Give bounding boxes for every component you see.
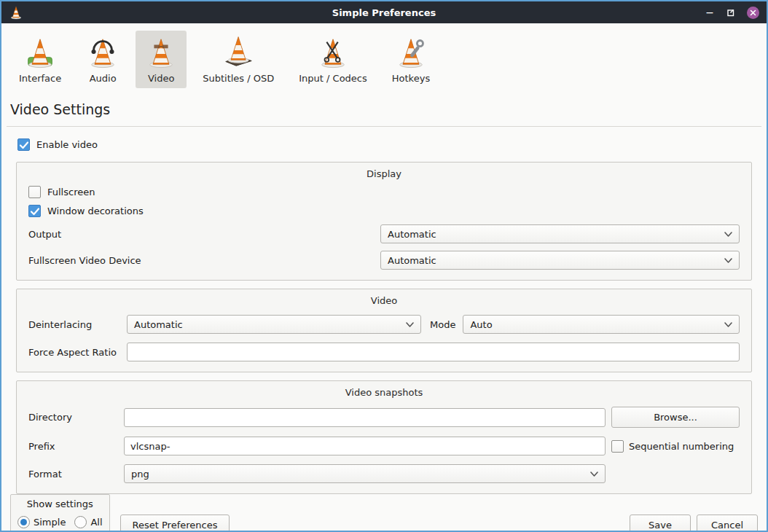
sequential-numbering-label: Sequential numbering bbox=[629, 441, 734, 452]
prefix-input[interactable] bbox=[124, 437, 606, 455]
video-groupbox: Video Deinterlacing Automatic Mode Auto … bbox=[16, 289, 752, 372]
checkmark-icon bbox=[18, 139, 29, 150]
radio-dot bbox=[20, 519, 27, 525]
window-decorations-label: Window decorations bbox=[47, 206, 144, 216]
fullscreen-label: Fullscreen bbox=[47, 187, 95, 197]
format-label: Format bbox=[28, 469, 124, 480]
force-aspect-ratio-row: Force Aspect Ratio bbox=[28, 343, 740, 361]
browse-button[interactable]: Browse... bbox=[611, 407, 740, 428]
mode-dropdown-value: Auto bbox=[470, 319, 492, 330]
video-icon bbox=[144, 36, 178, 69]
fullscreen-video-device-dropdown[interactable]: Automatic bbox=[380, 251, 740, 270]
titlebar[interactable]: Simple Preferences − bbox=[1, 1, 767, 23]
simple-radio[interactable] bbox=[17, 516, 30, 528]
checkmark-icon bbox=[29, 206, 40, 216]
simple-radio-label: Simple bbox=[34, 517, 66, 528]
tab-hotkeys[interactable]: Hotkeys bbox=[383, 31, 439, 88]
fullscreen-row: Fullscreen bbox=[28, 186, 745, 198]
format-dropdown[interactable]: png bbox=[124, 464, 606, 483]
close-icon bbox=[750, 9, 756, 16]
tab-audio-label: Audio bbox=[90, 73, 117, 84]
fullscreen-video-device-label: Fullscreen Video Device bbox=[28, 255, 141, 266]
format-row: Format png bbox=[28, 464, 740, 483]
footer: Show settings Simple All Reset Preferenc… bbox=[1, 494, 767, 532]
enable-video-label: Enable video bbox=[36, 139, 98, 150]
interface-icon bbox=[23, 36, 57, 69]
video-snapshots-group-title: Video snapshots bbox=[23, 387, 745, 398]
force-aspect-ratio-label: Force Aspect Ratio bbox=[28, 347, 127, 358]
enable-video-checkbox[interactable] bbox=[17, 138, 30, 151]
deinterlacing-row: Deinterlacing Automatic Mode Auto bbox=[28, 315, 740, 334]
subtitles-icon bbox=[222, 36, 255, 69]
chevron-down-icon bbox=[724, 258, 732, 263]
sequential-numbering-checkbox[interactable] bbox=[611, 440, 624, 453]
prefix-label: Prefix bbox=[28, 441, 124, 452]
tab-interface[interactable]: Interface bbox=[10, 31, 70, 88]
output-dropdown[interactable]: Automatic bbox=[380, 224, 740, 243]
restore-button[interactable] bbox=[726, 8, 735, 17]
display-groupbox: Display Fullscreen Window decorations Ou… bbox=[16, 162, 752, 281]
mode-label: Mode bbox=[430, 319, 455, 330]
tab-interface-label: Interface bbox=[19, 73, 61, 84]
window-decorations-row: Window decorations bbox=[28, 205, 745, 217]
all-radio-label: All bbox=[90, 517, 102, 528]
audio-icon bbox=[86, 36, 119, 69]
deinterlacing-label: Deinterlacing bbox=[28, 319, 127, 330]
preferences-window: Simple Preferences − bbox=[0, 0, 768, 532]
save-cancel-group: Save Cancel bbox=[630, 515, 758, 532]
hotkeys-icon bbox=[394, 36, 428, 69]
deinterlacing-dropdown[interactable]: Automatic bbox=[127, 315, 421, 334]
show-settings-groupbox: Show settings Simple All bbox=[10, 494, 110, 532]
save-button[interactable]: Save bbox=[630, 515, 691, 532]
output-label: Output bbox=[28, 229, 61, 240]
mode-dropdown[interactable]: Auto bbox=[463, 315, 740, 334]
category-toolbar: Interface Audio Video bbox=[1, 23, 767, 93]
directory-label: Directory bbox=[28, 412, 124, 423]
window-decorations-checkbox[interactable] bbox=[28, 205, 41, 217]
deinterlacing-dropdown-value: Automatic bbox=[134, 319, 183, 330]
fullscreen-video-device-dropdown-value: Automatic bbox=[388, 255, 436, 266]
fullscreen-checkbox[interactable] bbox=[28, 186, 41, 198]
radio-option-simple[interactable]: Simple bbox=[17, 516, 66, 528]
tab-subtitles-osd[interactable]: Subtitles / OSD bbox=[194, 31, 283, 88]
directory-row: Directory Browse... bbox=[28, 407, 740, 428]
chevron-down-icon bbox=[724, 322, 732, 327]
chevron-down-icon bbox=[590, 472, 598, 477]
tab-video[interactable]: Video bbox=[136, 31, 187, 88]
window-title: Simple Preferences bbox=[1, 7, 767, 18]
sequential-numbering-wrap: Sequential numbering bbox=[611, 440, 734, 453]
format-dropdown-value: png bbox=[131, 469, 149, 480]
chevron-down-icon bbox=[406, 322, 414, 327]
output-dropdown-value: Automatic bbox=[388, 229, 436, 240]
all-radio[interactable] bbox=[74, 516, 87, 528]
tab-input-codecs[interactable]: Input / Codecs bbox=[290, 31, 376, 88]
vlc-app-icon bbox=[9, 5, 23, 20]
close-button[interactable] bbox=[747, 7, 759, 19]
chevron-down-icon bbox=[724, 232, 732, 237]
minimize-button[interactable]: − bbox=[705, 9, 714, 16]
tab-input-codecs-label: Input / Codecs bbox=[299, 73, 367, 84]
video-snapshots-groupbox: Video snapshots Directory Browse... Pref… bbox=[16, 380, 752, 494]
show-settings-title: Show settings bbox=[17, 498, 103, 509]
directory-rightcol: Browse... bbox=[611, 407, 740, 428]
reset-wrap: Reset Preferences bbox=[120, 515, 230, 532]
force-aspect-ratio-input[interactable] bbox=[127, 343, 740, 361]
enable-video-row: Enable video bbox=[17, 138, 767, 151]
show-settings-options: Simple All bbox=[17, 516, 103, 528]
radio-option-all[interactable]: All bbox=[74, 516, 102, 528]
page-title: Video Settings bbox=[10, 101, 767, 117]
cancel-button[interactable]: Cancel bbox=[697, 515, 758, 532]
tab-audio[interactable]: Audio bbox=[77, 31, 128, 88]
video-group-title: Video bbox=[23, 295, 745, 306]
tab-hotkeys-label: Hotkeys bbox=[392, 73, 430, 84]
prefix-rightcol: Sequential numbering bbox=[611, 440, 740, 453]
directory-input[interactable] bbox=[124, 408, 606, 427]
reset-preferences-button[interactable]: Reset Preferences bbox=[120, 515, 230, 532]
output-row: Output Automatic bbox=[28, 224, 740, 243]
restore-icon bbox=[726, 8, 735, 17]
heading-divider bbox=[7, 126, 761, 127]
display-group-title: Display bbox=[23, 168, 745, 179]
input-codecs-icon bbox=[316, 36, 350, 69]
tab-subtitles-osd-label: Subtitles / OSD bbox=[203, 73, 274, 84]
prefix-row: Prefix Sequential numbering bbox=[28, 437, 740, 455]
